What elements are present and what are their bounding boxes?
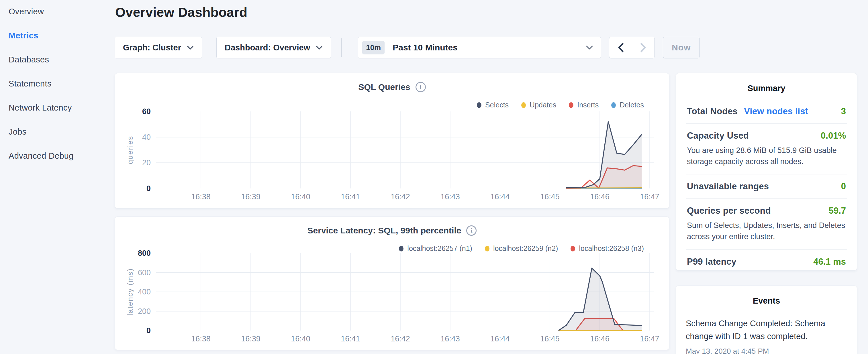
svg-text:16:38: 16:38 xyxy=(191,192,211,201)
chart-legend: localhost:26257 (n1) localhost:26259 (n2… xyxy=(399,244,644,253)
svg-text:0: 0 xyxy=(147,184,151,193)
svg-text:16:38: 16:38 xyxy=(191,334,211,343)
time-back-button[interactable] xyxy=(609,37,632,58)
sidebar-item-statements[interactable]: Statements xyxy=(9,79,115,89)
now-button[interactable]: Now xyxy=(663,37,700,58)
summary-row-value: 3 xyxy=(841,106,846,117)
events-panel: Events Schema Change Completed: Schema c… xyxy=(676,286,857,354)
legend-dot xyxy=(570,246,575,252)
time-pager xyxy=(609,37,655,58)
summary-row-value: 59.7 xyxy=(829,206,846,216)
page-title: Overview Dashboard xyxy=(115,5,868,20)
legend-item-selects: Selects xyxy=(477,101,509,109)
svg-text:16:39: 16:39 xyxy=(241,334,260,343)
summary-panel: Summary Total Nodes View nodes list 3 Ca… xyxy=(676,73,857,271)
svg-text:16:43: 16:43 xyxy=(440,192,460,201)
svg-text:40: 40 xyxy=(142,133,151,141)
svg-text:queries: queries xyxy=(126,136,134,164)
sidebar-nav: Overview Metrics Databases Statements Ne… xyxy=(9,7,115,161)
event-item-timestamp: May 13, 2020 at 4:45 PM xyxy=(686,347,847,354)
svg-text:16:45: 16:45 xyxy=(540,192,560,201)
chart-legend: Selects Updates Inserts Deletes xyxy=(477,101,644,109)
summary-row-subtext: Sum of Selects, Updates, Inserts, and De… xyxy=(687,220,846,242)
svg-text:16:39: 16:39 xyxy=(241,192,260,201)
graph-dropdown-label: Graph: Cluster xyxy=(123,43,181,53)
sql-queries-plot[interactable]: 020406016:3816:3916:4016:4116:4216:4316:… xyxy=(115,73,670,209)
graph-dropdown[interactable]: Graph: Cluster xyxy=(115,37,202,58)
dashboard-dropdown[interactable]: Dashboard: Overview xyxy=(216,37,331,58)
legend-dot xyxy=(477,102,482,108)
svg-text:16:40: 16:40 xyxy=(291,192,310,201)
legend-label: localhost:26259 (n2) xyxy=(493,244,558,253)
legend-label: Selects xyxy=(485,101,509,109)
svg-text:16:45: 16:45 xyxy=(540,334,560,343)
sidebar-item-advanced-debug[interactable]: Advanced Debug xyxy=(9,151,115,161)
legend-item-inserts: Inserts xyxy=(569,101,599,109)
legend-item-updates: Updates xyxy=(521,101,556,109)
service-latency-plot[interactable]: 020040060080016:3816:3916:4016:4116:4216… xyxy=(115,217,670,350)
view-nodes-list-link[interactable]: View nodes list xyxy=(744,106,808,117)
dashboard-dropdown-label: Dashboard: Overview xyxy=(225,43,310,53)
time-range-label: Past 10 Minutes xyxy=(393,43,458,53)
chart-title: Service Latency: SQL, 99th percentile xyxy=(308,226,461,235)
chart-title: SQL Queries xyxy=(358,82,410,92)
sidebar-item-overview[interactable]: Overview xyxy=(9,7,115,16)
time-range-badge: 10m xyxy=(362,41,384,55)
sidebar-item-network-latency[interactable]: Network Latency xyxy=(9,103,115,112)
summary-title: Summary xyxy=(686,84,847,93)
legend-label: Deletes xyxy=(620,101,644,109)
summary-row-label: P99 latency xyxy=(687,257,737,267)
summary-row-capacity-used: Capacity Used 0.01% You are using 28.6 M… xyxy=(686,123,847,174)
summary-row-value: 0 xyxy=(841,181,846,192)
legend-label: Inserts xyxy=(577,101,599,109)
info-icon[interactable]: i xyxy=(466,225,476,236)
chevron-left-icon xyxy=(617,42,624,53)
events-title: Events xyxy=(686,296,847,305)
summary-row-queries-per-second: Queries per second 59.7 Sum of Selects, … xyxy=(686,198,847,249)
svg-text:16:47: 16:47 xyxy=(640,334,659,343)
svg-text:16:44: 16:44 xyxy=(490,192,510,201)
svg-text:400: 400 xyxy=(138,288,151,296)
svg-text:600: 600 xyxy=(138,268,151,277)
summary-row-total-nodes: Total Nodes View nodes list 3 xyxy=(686,99,847,123)
legend-item-deletes: Deletes xyxy=(611,101,644,109)
svg-text:16:42: 16:42 xyxy=(391,334,410,343)
summary-row-p99-latency: P99 latency 46.1 ms xyxy=(686,250,847,271)
svg-text:60: 60 xyxy=(142,107,151,116)
svg-text:200: 200 xyxy=(138,307,151,316)
sidebar-item-metrics[interactable]: Metrics xyxy=(9,31,115,40)
svg-text:16:46: 16:46 xyxy=(590,192,610,201)
time-range-selector[interactable]: 10m Past 10 Minutes xyxy=(358,37,601,58)
legend-label: localhost:26258 (n3) xyxy=(579,244,644,253)
legend-label: localhost:26257 (n1) xyxy=(407,244,472,253)
svg-text:16:46: 16:46 xyxy=(590,334,610,343)
sidebar: Overview Metrics Databases Statements Ne… xyxy=(0,0,115,175)
legend-item-n3: localhost:26258 (n3) xyxy=(570,244,644,253)
event-item-text: Schema Change Completed: Schema change w… xyxy=(686,317,847,343)
legend-dot xyxy=(485,246,490,252)
toolbar: Graph: Cluster Dashboard: Overview 10m P… xyxy=(115,37,868,58)
chevron-down-icon xyxy=(586,45,593,50)
svg-text:latency (ms): latency (ms) xyxy=(126,268,134,316)
sidebar-item-databases[interactable]: Databases xyxy=(9,55,115,64)
summary-row-subtext: You are using 28.6 MiB of 515.9 GiB usab… xyxy=(687,145,846,167)
toolbar-divider xyxy=(341,38,342,57)
charts-column: SQL Queries i Selects Updates Inserts De… xyxy=(115,73,670,350)
summary-row-label: Unavailable ranges xyxy=(687,181,769,192)
svg-text:16:41: 16:41 xyxy=(341,334,360,343)
legend-item-n1: localhost:26257 (n1) xyxy=(399,244,472,253)
summary-row-value: 46.1 ms xyxy=(813,257,846,267)
sidebar-item-jobs[interactable]: Jobs xyxy=(9,127,115,137)
dashboard-content: SQL Queries i Selects Updates Inserts De… xyxy=(115,73,868,354)
info-icon[interactable]: i xyxy=(415,82,426,92)
legend-dot xyxy=(399,246,403,252)
chart-title-row: SQL Queries i xyxy=(115,82,669,92)
summary-row-label: Capacity Used xyxy=(687,131,749,141)
time-forward-button[interactable] xyxy=(632,37,654,58)
svg-text:16:40: 16:40 xyxy=(291,334,310,343)
summary-row-label: Total Nodes xyxy=(687,106,738,117)
chevron-right-icon xyxy=(640,42,647,53)
chevron-down-icon xyxy=(187,45,194,50)
svg-text:16:42: 16:42 xyxy=(391,192,410,201)
summary-row-value: 0.01% xyxy=(821,131,846,141)
